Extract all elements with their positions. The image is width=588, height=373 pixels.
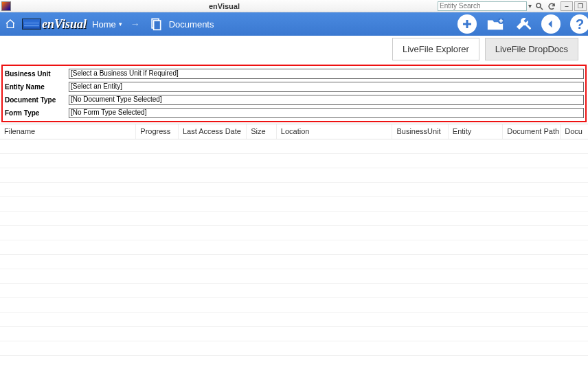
maximize-button[interactable]: ❐ xyxy=(574,1,587,11)
minimize-button[interactable]: – xyxy=(561,1,573,11)
refresh-icon[interactable] xyxy=(547,1,556,11)
table-row xyxy=(0,183,588,197)
col-last-access-date[interactable]: Last Access Date xyxy=(179,124,247,139)
table-row xyxy=(0,284,588,298)
main-navbar: enVisual Home ▾ → Documents ? xyxy=(0,12,588,36)
breadcrumb-arrow-icon: → xyxy=(131,19,140,30)
document-type-label: Document Type xyxy=(4,96,69,104)
tab-livefile-explorer[interactable]: LiveFile Explorer xyxy=(392,38,479,60)
svg-point-0 xyxy=(536,3,541,8)
home-icon[interactable] xyxy=(4,18,16,30)
svg-line-1 xyxy=(541,7,543,10)
documents-icon xyxy=(148,16,163,32)
business-unit-label: Business Unit xyxy=(4,70,69,78)
filter-row-form-type: Form Type [No Form Type Selected] xyxy=(4,106,584,120)
entity-name-label: Entity Name xyxy=(4,83,69,91)
table-row xyxy=(0,255,588,269)
document-type-select[interactable]: [No Document Type Selected] xyxy=(69,95,584,105)
col-businessunit[interactable]: BusinessUnit xyxy=(392,124,448,139)
col-document-path[interactable]: Document Path xyxy=(503,124,561,139)
table-row xyxy=(0,298,588,313)
col-progress[interactable]: Progress xyxy=(136,124,179,139)
app-icon xyxy=(1,1,11,11)
table-body xyxy=(0,139,588,356)
table-row xyxy=(0,168,588,183)
table-row xyxy=(0,327,588,341)
col-document-truncated[interactable]: Docu xyxy=(561,124,588,139)
window-titlebar: enVisual ▾ – ❐ xyxy=(0,0,588,12)
filter-panel: Business Unit [Select a Business Unit if… xyxy=(1,65,587,122)
col-entity[interactable]: Entity xyxy=(449,124,503,139)
logo-text-visual: Visual xyxy=(54,17,87,32)
svg-rect-9 xyxy=(525,24,531,30)
table-row xyxy=(0,212,588,226)
form-type-select[interactable]: [No Form Type Selected] xyxy=(69,108,584,118)
home-menu[interactable]: Home ▾ xyxy=(92,19,122,30)
table-row xyxy=(0,269,588,284)
filter-row-document-type: Document Type [No Document Type Selected… xyxy=(4,93,584,106)
search-icon[interactable] xyxy=(534,1,544,11)
entity-search-input[interactable] xyxy=(438,1,527,11)
form-type-label: Form Type xyxy=(4,109,69,117)
back-button[interactable] xyxy=(541,14,561,34)
subtabs: LiveFile Explorer LiveFile DropDocs xyxy=(0,36,588,62)
col-location[interactable]: Location xyxy=(277,124,393,139)
breadcrumb-documents[interactable]: Documents xyxy=(169,19,214,30)
filter-row-entity-name: Entity Name [Select an Entity] xyxy=(4,80,584,93)
table-row xyxy=(0,313,588,327)
add-button[interactable] xyxy=(457,14,477,34)
col-filename[interactable]: Filename xyxy=(0,124,136,139)
table-row xyxy=(0,154,588,168)
table-row xyxy=(0,139,588,154)
tools-icon[interactable] xyxy=(514,15,532,33)
tab-livefile-dropdocs[interactable]: LiveFile DropDocs xyxy=(485,38,578,60)
search-dropdown-icon[interactable]: ▾ xyxy=(528,2,532,10)
app-logo: enVisual xyxy=(22,17,87,32)
logo-text-en: en xyxy=(42,17,54,32)
logo-flag-icon xyxy=(22,19,41,30)
help-button[interactable]: ? xyxy=(570,14,588,34)
col-size[interactable]: Size xyxy=(247,124,277,139)
documents-table: Filename Progress Last Access Date Size … xyxy=(0,124,588,373)
table-header: Filename Progress Last Access Date Size … xyxy=(0,124,588,139)
table-row xyxy=(0,197,588,212)
entity-name-select[interactable]: [Select an Entity] xyxy=(69,82,584,92)
table-row xyxy=(0,226,588,240)
folder-add-icon[interactable] xyxy=(486,15,504,33)
filter-row-business-unit: Business Unit [Select a Business Unit if… xyxy=(4,67,584,80)
home-menu-label: Home xyxy=(92,19,116,30)
window-title: enVisual xyxy=(11,2,438,10)
table-row xyxy=(0,240,588,255)
svg-rect-3 xyxy=(153,21,160,30)
chevron-down-icon: ▾ xyxy=(119,21,122,27)
navbar-actions: ? xyxy=(457,14,584,34)
business-unit-select[interactable]: [Select a Business Unit if Required] xyxy=(69,69,584,79)
window-buttons: – ❐ xyxy=(561,1,587,11)
table-row xyxy=(0,341,588,356)
